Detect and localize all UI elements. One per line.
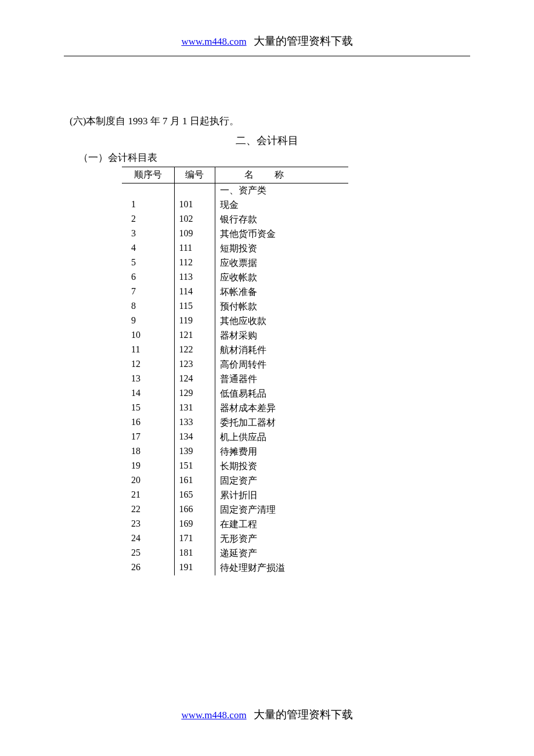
cell-name: 应收帐款 [215,271,348,285]
cell-seq: 24 [122,532,174,546]
header-text: 大量的管理资料下载 [254,35,353,47]
cell-seq: 14 [122,387,174,401]
cell-name: 委托加工器材 [215,416,348,430]
th-seq: 顺序号 [122,167,174,183]
table-row: 26191待处理财产损溢 [122,561,348,575]
cell-seq: 9 [122,314,174,329]
cell-name: 应收票据 [215,256,348,271]
cell-seq: 11 [122,343,174,358]
cell-code: 109 [174,227,215,242]
cell-code: 115 [174,300,215,314]
cell-name: 器材成本差异 [215,401,348,416]
cell-code: 139 [174,445,215,459]
cell-name: 待处理财产损溢 [215,561,348,575]
footer-link[interactable]: www.m448.com [181,710,246,721]
table-row: 1101现金 [122,198,348,213]
cell-seq: 25 [122,546,174,561]
cell-name: 现金 [215,198,348,213]
cell-code: 151 [174,459,215,474]
cell-code: 122 [174,343,215,358]
cell-seq: 17 [122,430,174,445]
cell-seq: 12 [122,358,174,372]
cell-code: 114 [174,285,215,300]
cell-name: 在建工程 [215,517,348,532]
section-title: 二、会计科目 [64,134,470,147]
table-row: 4111短期投资 [122,242,348,256]
cell-name: 机上供应品 [215,430,348,445]
table-row: 6113应收帐款 [122,271,348,285]
table-row: 22166固定资产清理 [122,503,348,517]
table-row: 9119其他应收款 [122,314,348,329]
table-category-row: 一、资产类 [122,183,348,199]
page-content: (六)本制度自 1993 年 7 月 1 日起执行。 二、会计科目 （一）会计科… [0,56,534,575]
cell-code: 166 [174,503,215,517]
cell-seq: 15 [122,401,174,416]
cell-code: 112 [174,256,215,271]
cell-code: 133 [174,416,215,430]
cell-code: 102 [174,213,215,227]
cell-code: 119 [174,314,215,329]
cell-name: 短期投资 [215,242,348,256]
cell-name: 一、资产类 [215,183,348,199]
cell-name: 固定资产 [215,474,348,488]
footer-text: 大量的管理资料下载 [254,708,353,721]
cell-code: 165 [174,488,215,503]
cell-code: 129 [174,387,215,401]
cell-seq: 18 [122,445,174,459]
table-row: 2102银行存款 [122,213,348,227]
cell-seq: 5 [122,256,174,271]
cell-name: 固定资产清理 [215,503,348,517]
cell-seq: 4 [122,242,174,256]
cell-name: 长期投资 [215,459,348,474]
cell-seq: 13 [122,372,174,387]
table-row: 3109其他货币资金 [122,227,348,242]
cell-name: 器材采购 [215,329,348,343]
cell-code: 191 [174,561,215,575]
cell-seq: 19 [122,459,174,474]
intro-line: (六)本制度自 1993 年 7 月 1 日起执行。 [70,114,470,128]
cell-seq: 7 [122,285,174,300]
cell-code: 171 [174,532,215,546]
cell-name: 待摊费用 [215,445,348,459]
table-row: 10121器材采购 [122,329,348,343]
table-row: 11122航材消耗件 [122,343,348,358]
cell-name: 坏帐准备 [215,285,348,300]
cell-code: 121 [174,329,215,343]
cell-seq: 21 [122,488,174,503]
cell-name: 预付帐款 [215,300,348,314]
cell-seq: 2 [122,213,174,227]
table-row: 21165累计折旧 [122,488,348,503]
cell-code: 101 [174,198,215,213]
header-link[interactable]: www.m448.com [181,36,246,47]
table-row: 14129低值易耗品 [122,387,348,401]
cell-seq: 20 [122,474,174,488]
table-row: 25181递延资产 [122,546,348,561]
page-footer: www.m448.com 大量的管理资料下载 [0,707,534,722]
table-row: 23169在建工程 [122,517,348,532]
cell-name: 其他应收款 [215,314,348,329]
cell-seq: 23 [122,517,174,532]
accounting-table: 顺序号 编号 名称 一、资产类1101现金2102银行存款3109其他货币资金4… [122,167,348,575]
cell-name: 银行存款 [215,213,348,227]
th-name: 名称 [215,167,348,183]
page-header: www.m448.com 大量的管理资料下载 [0,0,534,53]
cell-code: 134 [174,430,215,445]
table-row: 15131器材成本差异 [122,401,348,416]
table-row: 7114坏帐准备 [122,285,348,300]
cell-name: 递延资产 [215,546,348,561]
cell-name: 低值易耗品 [215,387,348,401]
subsection-title: （一）会计科目表 [78,151,470,164]
table-row: 19151长期投资 [122,459,348,474]
cell-code: 131 [174,401,215,416]
table-row: 24171无形资产 [122,532,348,546]
cell-seq: 22 [122,503,174,517]
th-code: 编号 [174,167,215,183]
table-body: 一、资产类1101现金2102银行存款3109其他货币资金4111短期投资511… [122,183,348,576]
cell-seq: 16 [122,416,174,430]
cell-name: 其他货币资金 [215,227,348,242]
cell-code: 124 [174,372,215,387]
cell-code: 169 [174,517,215,532]
table-row: 12123高价周转件 [122,358,348,372]
cell-code: 113 [174,271,215,285]
cell-code: 181 [174,546,215,561]
